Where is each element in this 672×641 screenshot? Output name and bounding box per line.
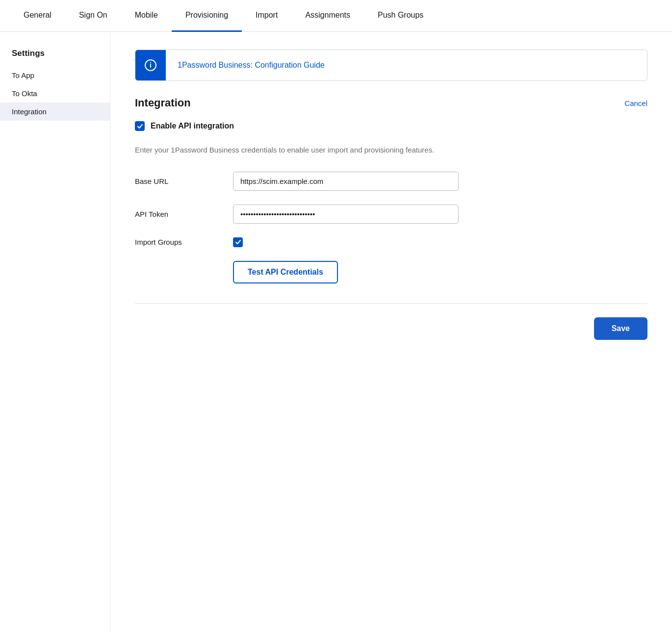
import-groups-row: Import Groups (135, 237, 647, 247)
tab-general[interactable]: General (10, 0, 65, 32)
tab-assignments[interactable]: Assignments (291, 0, 364, 32)
divider (135, 303, 647, 304)
sidebar-heading: Settings (0, 46, 110, 66)
sidebar-item-integration[interactable]: Integration (0, 103, 110, 121)
test-api-btn-container: Test API Credentials (233, 261, 338, 283)
import-groups-label: Import Groups (135, 238, 233, 246)
tab-import[interactable]: Import (242, 0, 291, 32)
sidebar-item-to-okta[interactable]: To Okta (0, 84, 110, 103)
tab-provisioning[interactable]: Provisioning (172, 0, 242, 32)
base-url-row: Base URL (135, 172, 647, 191)
save-button[interactable]: Save (594, 317, 647, 340)
info-banner: i 1Password Business: Configuration Guid… (135, 50, 647, 81)
api-token-row: API Token (135, 205, 647, 224)
test-api-credentials-button[interactable]: Test API Credentials (233, 261, 338, 283)
main-layout: Settings To App To Okta Integration i 1P… (0, 32, 672, 632)
content-area: i 1Password Business: Configuration Guid… (110, 32, 672, 632)
sidebar: Settings To App To Okta Integration (0, 32, 110, 632)
tab-push-groups[interactable]: Push Groups (364, 0, 437, 32)
section-title: Integration (135, 97, 191, 109)
enable-api-label: Enable API integration (151, 122, 234, 130)
save-row: Save (135, 317, 647, 340)
info-icon: i (135, 50, 166, 80)
sidebar-item-to-app[interactable]: To App (0, 66, 110, 84)
section-header: Integration Cancel (135, 97, 647, 109)
base-url-input[interactable] (233, 172, 459, 191)
api-token-input[interactable] (233, 205, 459, 224)
import-checkmark-icon (235, 239, 241, 245)
checkmark-icon (137, 123, 143, 129)
enable-api-checkbox[interactable] (135, 121, 145, 131)
cancel-button[interactable]: Cancel (624, 99, 647, 107)
import-groups-checkbox[interactable] (233, 237, 243, 247)
description-text: Enter your 1Password Business credential… (135, 145, 478, 156)
top-nav: General Sign On Mobile Provisioning Impo… (0, 0, 672, 32)
config-guide-link[interactable]: 1Password Business: Configuration Guide (166, 61, 336, 70)
base-url-label: Base URL (135, 177, 233, 185)
tab-mobile[interactable]: Mobile (121, 0, 172, 32)
api-token-label: API Token (135, 210, 233, 218)
info-svg-icon: i (145, 59, 156, 71)
svg-text:i: i (150, 61, 152, 69)
enable-api-row: Enable API integration (135, 121, 647, 131)
tab-sign-on[interactable]: Sign On (65, 0, 121, 32)
